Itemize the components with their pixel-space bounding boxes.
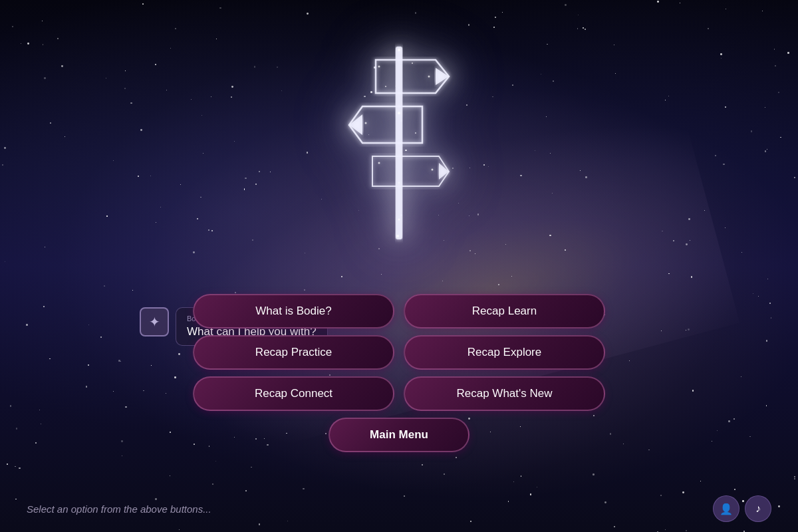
button-row-3: Recap Connect Recap What's New	[193, 376, 605, 411]
svg-point-14	[415, 132, 416, 134]
button-row-2: Recap Practice Recap Explore	[193, 335, 605, 370]
buttons-area: What is Bodie? Recap Learn Recap Practic…	[193, 294, 605, 452]
person-icon: 👤	[720, 503, 733, 515]
svg-point-18	[398, 219, 400, 221]
recap-learn-button[interactable]: Recap Learn	[404, 294, 605, 329]
svg-point-9	[428, 76, 430, 78]
button-row-main: Main Menu	[193, 418, 605, 452]
avatar: ✦	[140, 307, 169, 336]
music-icon-button[interactable]: ♪	[745, 495, 771, 522]
svg-point-17	[398, 182, 400, 184]
svg-point-7	[398, 49, 400, 51]
recap-whats-new-button[interactable]: Recap What's New	[404, 376, 605, 411]
recap-connect-button[interactable]: Recap Connect	[193, 376, 394, 411]
svg-point-11	[412, 63, 413, 64]
music-icon: ♪	[755, 503, 761, 515]
avatar-icon: ✦	[149, 314, 160, 330]
svg-marker-2	[436, 68, 449, 85]
signpost-icon	[326, 27, 472, 253]
button-row-1: What is Bodie? Recap Learn	[193, 294, 605, 329]
person-icon-button[interactable]: 👤	[713, 495, 739, 522]
svg-marker-6	[439, 163, 449, 180]
recap-explore-button[interactable]: Recap Explore	[404, 335, 605, 370]
main-menu-button[interactable]: Main Menu	[329, 418, 469, 452]
svg-point-15	[378, 162, 380, 164]
bottom-bar: Select an option from the above buttons.…	[0, 485, 798, 532]
hint-text: Select an option from the above buttons.…	[27, 503, 211, 515]
recap-practice-button[interactable]: Recap Practice	[193, 335, 394, 370]
svg-point-16	[432, 169, 434, 171]
svg-marker-4	[349, 114, 362, 135]
svg-point-10	[385, 86, 386, 87]
what-is-bodie-button[interactable]: What is Bodie?	[193, 294, 394, 329]
svg-point-12	[398, 112, 400, 114]
svg-point-19	[396, 235, 399, 237]
icon-buttons: 👤 ♪	[713, 495, 771, 522]
svg-marker-5	[372, 156, 449, 186]
svg-point-8	[378, 66, 380, 68]
svg-point-13	[365, 122, 367, 124]
signpost-container	[326, 27, 472, 255]
